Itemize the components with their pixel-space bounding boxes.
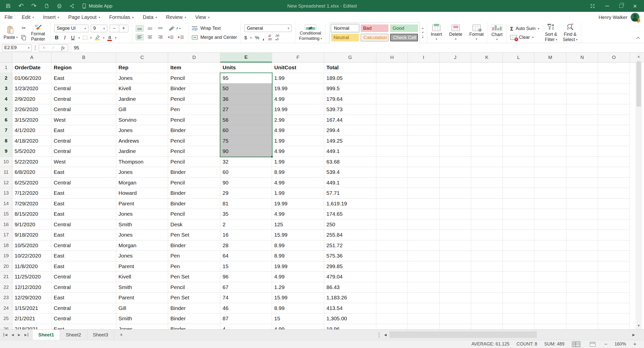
cell-J26[interactable] (440, 324, 471, 330)
formula-bar-handle[interactable] (35, 46, 36, 50)
cell-M10[interactable] (534, 157, 566, 167)
restore-icon[interactable] (619, 4, 623, 8)
confirm-entry-button[interactable]: ✓ (52, 45, 55, 50)
cell-M20[interactable] (534, 261, 566, 272)
cell-N21[interactable] (566, 272, 598, 282)
style-calculation[interactable]: Calculation (361, 34, 388, 41)
cell-N6[interactable] (566, 115, 598, 125)
cell-K16[interactable] (471, 219, 503, 230)
cell-M24[interactable] (534, 303, 566, 314)
delete-button[interactable]: Delete ▾ (449, 25, 462, 41)
menu-item-edit[interactable]: Edit▾ (22, 14, 34, 20)
cell-A8[interactable]: 4/18/2020 (12, 136, 51, 146)
cell-D16[interactable]: Desk (168, 219, 220, 230)
cell-L18[interactable] (503, 240, 534, 251)
cell-G7[interactable]: 299.4 (324, 125, 376, 136)
horizontal-scrollbar-thumb[interactable] (389, 331, 537, 338)
cell-N5[interactable] (566, 104, 598, 115)
cell-O18[interactable] (598, 240, 630, 251)
cell-J15[interactable] (440, 209, 471, 219)
cell-O21[interactable] (598, 272, 630, 282)
font-size-select[interactable]: 9▾ (91, 25, 107, 32)
cell-K18[interactable] (471, 240, 503, 251)
cell-L22[interactable] (503, 282, 534, 293)
cell-F24[interactable]: 8.99 (272, 303, 324, 314)
cell-H6[interactable] (376, 115, 408, 125)
cell-H4[interactable] (376, 94, 408, 105)
cell-K6[interactable] (471, 115, 503, 125)
row-header-5[interactable]: 5 (0, 104, 12, 115)
align-middle-button[interactable] (146, 25, 154, 32)
column-header-B[interactable]: B (51, 53, 116, 62)
cell-K26[interactable] (471, 324, 503, 330)
cell-A3[interactable]: 1/23/2020 (12, 83, 51, 94)
cell-I3[interactable] (408, 83, 440, 94)
cell-A23[interactable]: 12/29/2020 (12, 293, 51, 303)
cell-D12[interactable]: Pencil (168, 178, 220, 188)
cell-I11[interactable] (408, 167, 440, 178)
cell-K24[interactable] (471, 303, 503, 314)
cell-B19[interactable]: East (51, 251, 116, 261)
cell-O10[interactable] (598, 157, 630, 167)
cell-E10[interactable]: 32 (220, 157, 272, 167)
text-orientation-button[interactable]: ABC↗▾ (169, 26, 181, 30)
cell-K20[interactable] (471, 261, 503, 272)
cell-B26[interactable]: East (51, 324, 116, 330)
cell-J4[interactable] (440, 94, 471, 105)
column-header-O[interactable]: O (598, 53, 630, 62)
print-icon[interactable] (57, 3, 62, 9)
cell-O16[interactable] (598, 219, 630, 230)
cell-O20[interactable] (598, 261, 630, 272)
minimize-icon[interactable] (605, 6, 609, 6)
cell-L26[interactable] (503, 324, 534, 330)
cell-D13[interactable]: Binder (168, 188, 220, 199)
cell-H16[interactable] (376, 219, 408, 230)
cell-C23[interactable]: Parent (116, 293, 168, 303)
cell-E18[interactable]: 28 (220, 240, 272, 251)
cell-F14[interactable]: 19.99 (272, 199, 324, 209)
cell-O14[interactable] (598, 199, 630, 209)
cell-O12[interactable] (598, 178, 630, 188)
cell-A1[interactable]: OrderDate (12, 62, 51, 73)
cell-I18[interactable] (408, 240, 440, 251)
cell-H15[interactable] (376, 209, 408, 219)
cell-E4[interactable]: 36 (220, 94, 272, 105)
cell-B12[interactable]: Central (51, 178, 116, 188)
cell-F5[interactable]: 19.99 (272, 104, 324, 115)
name-box[interactable]: E2:E9▾ (2, 44, 32, 51)
cell-E7[interactable]: 60 (220, 125, 272, 136)
column-header-G[interactable]: G (324, 53, 376, 62)
cell-F8[interactable]: 1.99 (272, 136, 324, 146)
row-header-3[interactable]: 3 (0, 83, 12, 94)
cell-N26[interactable] (566, 324, 598, 330)
cell-K11[interactable] (471, 167, 503, 178)
column-header-F[interactable]: F (272, 53, 324, 62)
cell-I2[interactable] (408, 73, 440, 84)
cell-N14[interactable] (566, 199, 598, 209)
cell-I5[interactable] (408, 104, 440, 115)
cell-K14[interactable] (471, 199, 503, 209)
cell-A13[interactable]: 7/12/2020 (12, 188, 51, 199)
cell-E14[interactable]: 81 (220, 199, 272, 209)
cell-D20[interactable]: Pen (168, 261, 220, 272)
cell-K4[interactable] (471, 94, 503, 105)
sort-filter-button[interactable]: AZ Sort & Filter▾ (545, 23, 557, 42)
cell-F3[interactable]: 19.99 (272, 83, 324, 94)
font-name-select[interactable]: Segoe UI▾ (54, 25, 88, 32)
cell-M26[interactable] (534, 324, 566, 330)
cell-N25[interactable] (566, 313, 598, 324)
cell-M6[interactable] (534, 115, 566, 125)
increase-font-size-button[interactable]: + (119, 25, 128, 32)
cell-B5[interactable]: Central (51, 104, 116, 115)
page-layout-view-button[interactable] (588, 341, 597, 347)
cell-C21[interactable]: Kivell (116, 272, 168, 282)
cell-C12[interactable]: Morgan (116, 178, 168, 188)
merge-center-button[interactable]: Merge and Center (192, 34, 237, 41)
style-good[interactable]: Good (390, 24, 418, 32)
highlight-color-button[interactable] (95, 35, 100, 40)
fullscreen-icon[interactable] (590, 4, 595, 9)
cell-G17[interactable]: 255.84 (324, 230, 376, 240)
cell-O19[interactable] (598, 251, 630, 261)
cell-B8[interactable]: Central (51, 136, 116, 146)
row-header-1[interactable]: 1 (0, 62, 12, 73)
